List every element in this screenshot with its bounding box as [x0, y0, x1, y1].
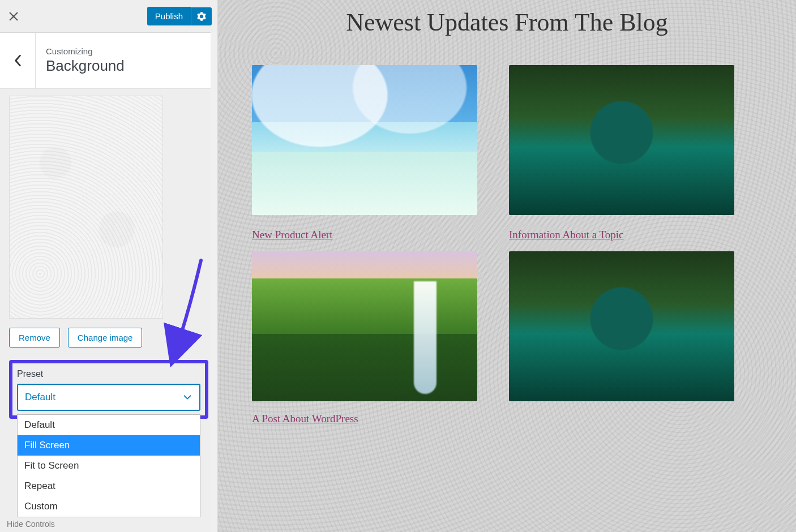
section-title: Background	[46, 57, 125, 75]
preset-option-fit-to-screen[interactable]: Fit to Screen	[18, 456, 200, 476]
post-title-link[interactable]: New Product Alert	[252, 229, 332, 241]
section-header: Customizing Background	[0, 33, 217, 89]
publish-button-group: Publish	[147, 7, 212, 25]
post-thumbnail[interactable]	[509, 65, 734, 215]
customizer-sidebar: Publish Customizing Background Remove Ch…	[0, 0, 218, 532]
close-customizer-button[interactable]	[0, 0, 27, 32]
publish-settings-button[interactable]	[191, 7, 212, 25]
preset-selected-value: Default	[25, 392, 55, 403]
chevron-down-icon	[182, 392, 192, 402]
post-card: Information About a Topic	[509, 65, 734, 425]
publish-button[interactable]: Publish	[147, 7, 191, 25]
post-thumbnail[interactable]	[509, 251, 734, 401]
preset-label: Preset	[17, 369, 200, 379]
background-image-thumbnail[interactable]	[9, 96, 163, 319]
close-icon	[8, 11, 19, 22]
post-card: New Product Alert A Post About WordPress	[252, 65, 477, 425]
back-button[interactable]	[0, 33, 36, 88]
change-image-button[interactable]: Change image	[68, 328, 143, 347]
preset-option-custom[interactable]: Custom	[18, 496, 200, 517]
posts-grid: New Product Alert A Post About WordPress…	[252, 65, 762, 425]
post-title-wrap: New Product Alert	[252, 229, 477, 241]
panel-body: Remove Change image Preset Default Defau…	[0, 89, 217, 532]
app-root: Publish Customizing Background Remove Ch…	[0, 0, 796, 532]
breadcrumb-label: Customizing	[46, 46, 125, 56]
post-thumbnail[interactable]	[252, 251, 477, 401]
post-thumbnail[interactable]	[252, 65, 477, 215]
post-title-wrap: Information About a Topic	[509, 229, 734, 241]
preview-content: Newest Updates From The Blog New Product…	[218, 8, 796, 425]
post-title-link[interactable]: Information About a Topic	[509, 229, 624, 241]
hide-controls-peek: Hide Controls	[7, 520, 55, 529]
preset-option-default[interactable]: Default	[18, 415, 200, 435]
remove-image-button[interactable]: Remove	[9, 328, 60, 347]
preset-option-repeat[interactable]: Repeat	[18, 476, 200, 496]
section-titles: Customizing Background	[36, 33, 135, 88]
sidebar-top-bar: Publish	[0, 0, 217, 33]
post-title-wrap: A Post About WordPress	[252, 413, 477, 425]
preset-dropdown: Default Fill Screen Fit to Screen Repeat…	[17, 414, 200, 517]
post-title-link[interactable]: A Post About WordPress	[252, 413, 358, 424]
gear-icon	[197, 12, 206, 21]
page-heading: Newest Updates From The Blog	[252, 8, 762, 37]
scrollbar-track[interactable]	[211, 32, 217, 532]
preset-select[interactable]: Default	[17, 384, 200, 411]
preset-option-fill-screen[interactable]: Fill Screen	[18, 435, 200, 456]
image-action-row: Remove Change image	[9, 328, 208, 347]
chevron-left-icon	[14, 54, 22, 67]
preset-control-highlight: Preset Default Default Fill Screen Fit t…	[9, 360, 208, 419]
site-preview[interactable]: Newest Updates From The Blog New Product…	[218, 0, 796, 532]
